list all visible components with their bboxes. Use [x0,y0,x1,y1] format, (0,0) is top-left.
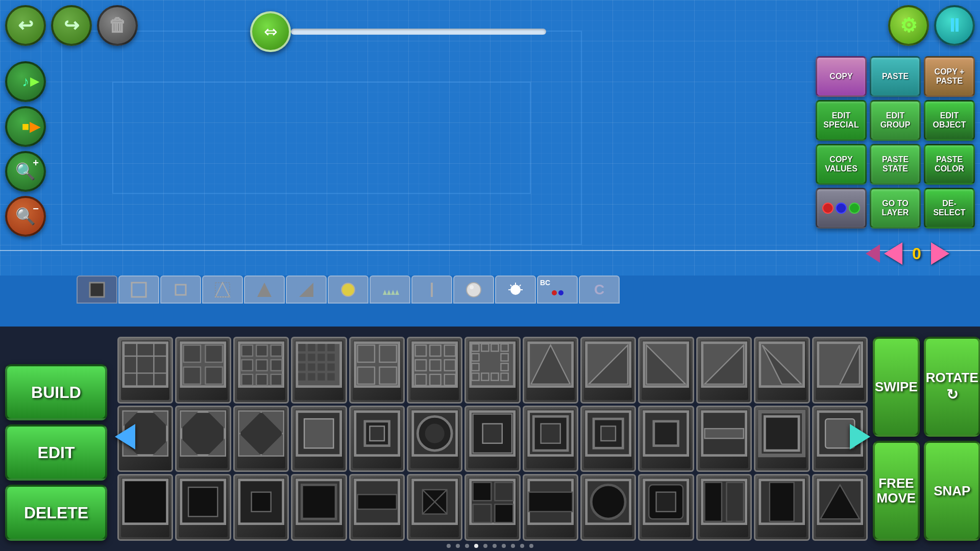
grid-item-3-13[interactable] [812,474,868,541]
tab-orb[interactable] [453,276,494,304]
grid-nav-right-button[interactable] [847,421,873,457]
redo-button[interactable]: ↪ [51,5,92,46]
dot-3[interactable] [465,544,469,548]
grid-item-1-9[interactable] [580,337,636,404]
slider-track[interactable] [291,29,546,35]
grid-item-3-6[interactable] [407,474,462,541]
grid-item-1-2[interactable] [175,337,231,404]
snap-button[interactable]: SNAP [924,441,980,541]
edit-group-button[interactable]: EDIT GROUP [870,100,921,141]
dot-7[interactable] [502,544,506,548]
grid-item-2-7[interactable] [464,406,520,472]
color-circles-btn[interactable] [816,188,867,229]
layer-next-button[interactable] [931,242,949,265]
svg-point-15 [510,285,521,295]
dot-9[interactable] [520,544,524,548]
dot-5[interactable] [483,544,487,548]
copy-paste-button[interactable]: COPY + PASTE [924,56,975,97]
svg-rect-75 [472,344,479,351]
grid-item-2-12[interactable] [754,406,810,472]
grid-item-1-10[interactable] [638,337,694,404]
grid-item-2-6[interactable] [407,406,462,472]
grid-item-2-9[interactable] [580,406,636,472]
zoom-in-button[interactable]: 🔍 + [5,151,46,192]
grid-item-3-10[interactable] [638,474,694,541]
dot-1[interactable] [447,544,451,548]
grid-nav-left-button[interactable] [112,421,138,457]
grid-item-2-3[interactable] [233,406,289,472]
grid-item-2-2[interactable] [175,406,231,472]
tab-c[interactable]: C [579,276,620,304]
dot-8[interactable] [511,544,515,548]
tab-explosion[interactable] [495,276,536,304]
grid-item-1-7[interactable] [464,337,520,404]
layer-far-left-button[interactable] [866,244,880,263]
dot-6[interactable] [493,544,497,548]
grid-item-3-11[interactable] [696,474,752,541]
grid-item-1-1[interactable] [117,337,173,404]
tab-bc[interactable]: BC [537,276,578,304]
grid-item-2-8[interactable] [523,406,578,472]
grid-item-2-4[interactable] [291,406,347,472]
dot-10[interactable] [529,544,533,548]
grid-item-1-6[interactable] [407,337,462,404]
edit-special-button[interactable]: EDIT SPECIAL [816,100,867,141]
grid-item-1-4[interactable] [291,337,347,404]
grid-item-3-12[interactable] [754,474,810,541]
zoom-out-button[interactable]: 🔍 − [5,196,46,237]
music-button[interactable]: ♪ ▶ [5,61,46,102]
svg-rect-65 [415,345,426,356]
copy-button[interactable]: COPY [816,56,867,97]
undo-button[interactable]: ↩ [5,5,46,46]
grid-item-3-8[interactable] [523,474,578,541]
layer-prev-button[interactable] [884,242,902,265]
grid-item-1-8[interactable] [523,337,578,404]
settings-button[interactable]: ⚙ [888,5,929,46]
dot-4[interactable] [474,544,478,548]
edit-object-button[interactable]: EDIT OBJECT [924,100,975,141]
grid-item-3-9[interactable] [580,474,636,541]
delete-toolbar-button[interactable]: 🗑 [97,5,138,46]
stop-button[interactable]: ■ ▶ [5,106,46,147]
grid-item-3-2[interactable] [175,474,231,541]
dot-2[interactable] [456,544,460,548]
grid-item-3-7[interactable] [464,474,520,541]
grid-item-1-3[interactable] [233,337,289,404]
tab-pole[interactable] [411,276,452,304]
grid-item-3-4[interactable] [291,474,347,541]
grid-item-3-3[interactable] [233,474,289,541]
grid-item-1-13[interactable] [812,337,868,404]
edit-mode-button[interactable]: EDIT [5,424,107,481]
slider-handle[interactable]: ⇔ [250,11,291,52]
grid-item-1-5[interactable] [349,337,405,404]
grid-item-3-5[interactable] [349,474,405,541]
tab-spikes[interactable] [370,276,410,304]
tab-solid[interactable] [77,276,117,304]
go-to-layer-button[interactable]: GO TO LAYER [870,188,921,229]
svg-rect-81 [472,373,479,380]
svg-rect-1 [132,283,146,297]
delete-mode-button[interactable]: DELETE [5,485,107,541]
free-move-button[interactable]: FREE MOVE [873,441,920,541]
build-mode-button[interactable]: BUILD [5,364,107,420]
grid-item-3-1[interactable] [117,474,173,541]
paste-button[interactable]: PASTE [870,56,921,97]
tab-slope[interactable] [286,276,327,304]
grid-item-2-10[interactable] [638,406,694,472]
tab-outlined[interactable] [118,276,159,304]
pause-button[interactable]: ⏸ [934,5,975,46]
tab-triangle[interactable] [244,276,285,304]
grid-item-1-12[interactable] [754,337,810,404]
grid-item-1-11[interactable] [696,337,752,404]
tab-diagonal[interactable] [202,276,243,304]
grid-item-2-11[interactable] [696,406,752,472]
paste-color-button[interactable]: PASTE COLOR [924,144,975,185]
copy-values-button[interactable]: COPY VALUES [816,144,867,185]
paste-state-button[interactable]: PASTE STATE [870,144,921,185]
tab-circle[interactable] [328,276,369,304]
deselect-button[interactable]: DE- SELECT [924,188,975,229]
grid-item-2-5[interactable] [349,406,405,472]
swipe-button[interactable]: SWIPE [873,337,920,437]
tab-small[interactable] [160,276,201,304]
rotate-button[interactable]: ROTATE ↻ [924,337,980,437]
